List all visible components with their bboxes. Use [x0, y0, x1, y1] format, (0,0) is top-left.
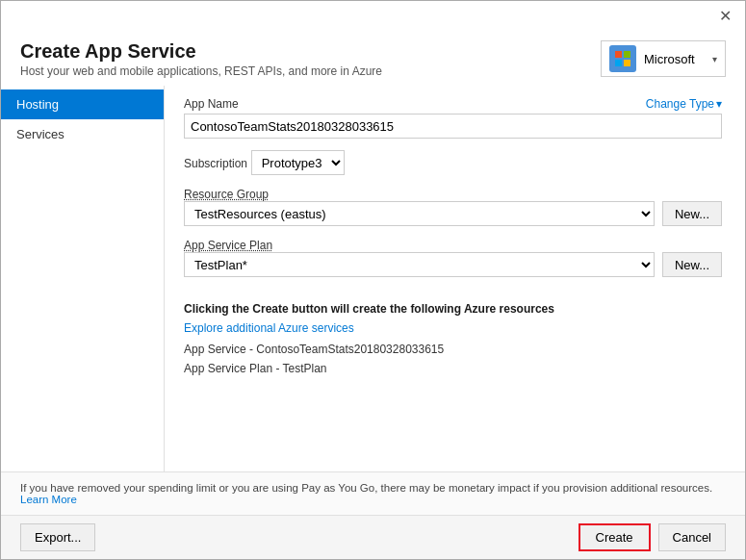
subscription-row: Subscription Prototype3: [184, 150, 722, 175]
resource-group-new-button[interactable]: New...: [662, 201, 722, 226]
main-content: App Name Change Type▾ Subscription Proto…: [165, 86, 745, 471]
account-selector[interactable]: Microsoft ▾: [601, 40, 726, 77]
learn-more-link[interactable]: Learn More: [20, 494, 77, 505]
sidebar-item-services[interactable]: Services: [1, 119, 164, 149]
sidebar-item-hosting[interactable]: Hosting: [1, 89, 164, 119]
dialog-subtitle: Host your web and mobile applications, R…: [20, 64, 382, 78]
svg-rect-3: [624, 60, 630, 66]
app-name-input[interactable]: [184, 114, 722, 139]
close-button[interactable]: ✕: [713, 5, 737, 27]
dialog-header: Create App Service Host your web and mob…: [1, 31, 745, 86]
app-service-plan-select[interactable]: TestPlan*: [184, 252, 655, 277]
create-button[interactable]: Create: [579, 523, 651, 551]
app-name-label: App Name: [184, 97, 239, 111]
cancel-button[interactable]: Cancel: [658, 523, 726, 551]
export-button[interactable]: Export...: [20, 523, 95, 551]
subscription-label: Subscription: [184, 157, 247, 170]
app-service-plan-select-row: TestPlan* New...: [184, 252, 722, 277]
account-name: Microsoft: [644, 52, 707, 66]
resource-group-row: Resource Group TestResources (eastus) Ne…: [184, 187, 722, 226]
app-service-plan-row: App Service Plan TestPlan* New...: [184, 238, 722, 277]
info-section: Clicking the Create button will create t…: [184, 293, 722, 391]
app-name-label-row: App Name Change Type▾: [184, 97, 722, 111]
header-left: Create App Service Host your web and mob…: [20, 40, 382, 78]
change-type-link[interactable]: Change Type▾: [646, 97, 722, 111]
account-chevron-icon: ▾: [712, 54, 717, 64]
account-icon: [609, 45, 636, 72]
resource-group-select[interactable]: TestResources (eastus): [184, 201, 655, 226]
dialog-title: Create App Service: [20, 40, 382, 63]
footer-buttons: Export... Create Cancel: [1, 515, 745, 559]
title-bar: ✕: [1, 1, 745, 31]
app-service-plan-new-button[interactable]: New...: [662, 252, 722, 277]
sidebar: Hosting Services: [1, 86, 165, 471]
footer-notice: If you have removed your spending limit …: [1, 471, 745, 515]
resource-group-select-row: TestResources (eastus) New...: [184, 201, 722, 226]
resource-line-1: App Service - ContosoTeamStats2018032803…: [184, 343, 722, 356]
resource-line-2: App Service Plan - TestPlan: [184, 362, 722, 375]
app-service-plan-label: App Service Plan: [184, 239, 272, 252]
subscription-select[interactable]: Prototype3: [251, 150, 345, 175]
svg-rect-1: [624, 51, 630, 58]
content-area: Hosting Services App Name Change Type▾ S…: [1, 86, 745, 471]
svg-rect-0: [615, 51, 622, 58]
footer-notice-text: If you have removed your spending limit …: [20, 482, 712, 494]
info-heading: Clicking the Create button will create t…: [184, 302, 722, 316]
resource-group-label: Resource Group: [184, 188, 269, 201]
app-name-row: App Name Change Type▾: [184, 97, 722, 139]
svg-rect-2: [615, 60, 622, 66]
explore-link[interactable]: Explore additional Azure services: [184, 321, 722, 335]
